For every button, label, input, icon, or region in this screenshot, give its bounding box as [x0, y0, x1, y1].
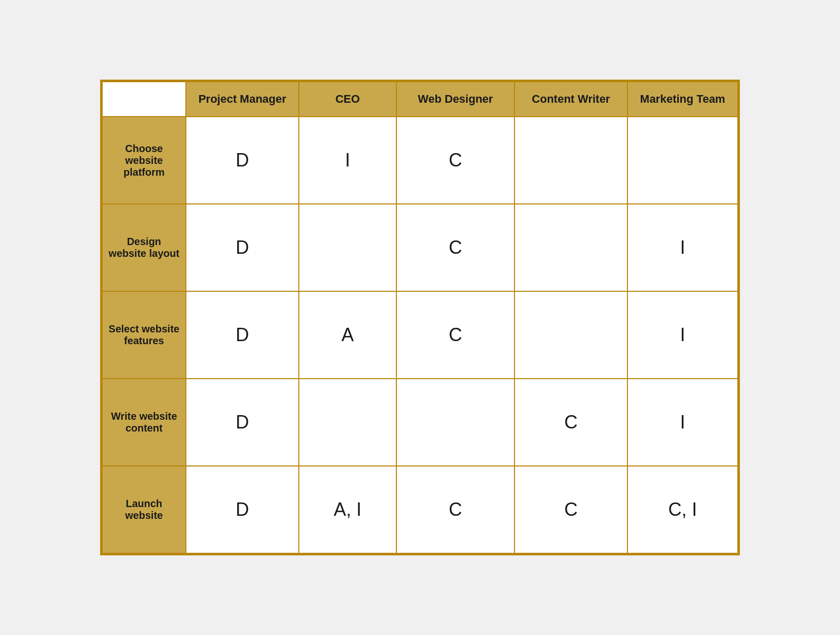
cell-write-website-content-col-2: [396, 379, 514, 466]
cell-design-website-layout-col-1: [299, 204, 396, 291]
row-header-write-website-content: Write website content: [102, 379, 186, 466]
cell-design-website-layout-col-3: [514, 204, 627, 291]
cell-select-website-features-col-3: [514, 291, 627, 379]
header-web-designer: Web Designer: [396, 82, 514, 117]
cell-select-website-features-col-0: D: [186, 291, 299, 379]
cell-launch-website-col-1: A, I: [299, 466, 396, 553]
cell-select-website-features-col-2: C: [396, 291, 514, 379]
header-row: Project Manager CEO Web Designer Content…: [102, 82, 738, 117]
header-label-marketing-team: Marketing Team: [640, 92, 726, 105]
table-row-design-website-layout: Design website layoutDCI: [102, 204, 738, 291]
cell-design-website-layout-col-2: C: [396, 204, 514, 291]
row-header-launch-website: Launch website: [102, 466, 186, 553]
corner-cell: [102, 82, 186, 117]
header-project-manager: Project Manager: [186, 82, 299, 117]
row-header-select-website-features: Select website features: [102, 291, 186, 379]
header-marketing-team: Marketing Team: [627, 82, 738, 117]
header-label-project-manager: Project Manager: [198, 92, 286, 105]
cell-launch-website-col-2: C: [396, 466, 514, 553]
table-row-write-website-content: Write website contentDCI: [102, 379, 738, 466]
cell-select-website-features-col-1: A: [299, 291, 396, 379]
row-header-choose-website-platform: Choose website platform: [102, 117, 186, 204]
cell-write-website-content-col-4: I: [627, 379, 738, 466]
raci-table: Project Manager CEO Web Designer Content…: [100, 80, 740, 555]
header-label-web-designer: Web Designer: [418, 92, 493, 105]
header-label-content-writer: Content Writer: [532, 92, 610, 105]
table-row-select-website-features: Select website featuresDACI: [102, 291, 738, 379]
cell-choose-website-platform-col-1: I: [299, 117, 396, 204]
cell-write-website-content-col-1: [299, 379, 396, 466]
table-row-launch-website: Launch websiteDA, ICCC, I: [102, 466, 738, 553]
cell-choose-website-platform-col-3: [514, 117, 627, 204]
header-content-writer: Content Writer: [514, 82, 627, 117]
cell-choose-website-platform-col-2: C: [396, 117, 514, 204]
cell-write-website-content-col-0: D: [186, 379, 299, 466]
cell-design-website-layout-col-0: D: [186, 204, 299, 291]
cell-launch-website-col-3: C: [514, 466, 627, 553]
cell-launch-website-col-0: D: [186, 466, 299, 553]
cell-choose-website-platform-col-0: D: [186, 117, 299, 204]
cell-design-website-layout-col-4: I: [627, 204, 738, 291]
header-label-ceo: CEO: [335, 92, 360, 105]
table-row-choose-website-platform: Choose website platformDIC: [102, 117, 738, 204]
cell-select-website-features-col-4: I: [627, 291, 738, 379]
header-ceo: CEO: [299, 82, 396, 117]
cell-write-website-content-col-3: C: [514, 379, 627, 466]
cell-choose-website-platform-col-4: [627, 117, 738, 204]
cell-launch-website-col-4: C, I: [627, 466, 738, 553]
row-header-design-website-layout: Design website layout: [102, 204, 186, 291]
